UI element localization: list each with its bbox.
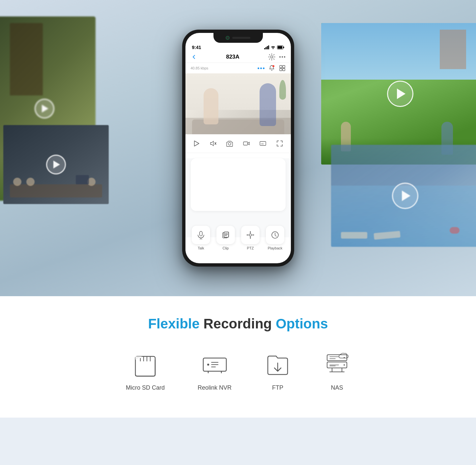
svg-point-5 xyxy=(272,65,274,67)
signal-icon xyxy=(264,45,269,49)
svg-point-43 xyxy=(207,364,209,366)
option-sd-card: Micro SD Card xyxy=(126,351,165,391)
play-button-office[interactable] xyxy=(46,155,66,174)
status-icons xyxy=(264,45,284,49)
svg-rect-6 xyxy=(280,65,282,68)
fullscreen-ctrl-icon[interactable] xyxy=(274,138,286,149)
control-bar: HD xyxy=(185,134,291,153)
svg-point-13 xyxy=(228,142,231,145)
sd-card-label: Micro SD Card xyxy=(126,384,165,391)
clock-icon xyxy=(271,231,279,239)
play-ctrl-icon[interactable] xyxy=(190,138,202,149)
playback-icon-box xyxy=(266,226,284,244)
more-options-icon[interactable] xyxy=(279,56,285,58)
panel-outdoor-overlay xyxy=(321,23,476,165)
hero-section: 9:41 xyxy=(0,0,476,296)
svg-rect-8 xyxy=(280,68,282,71)
status-bar: 9:41 xyxy=(185,42,291,51)
mic-icon xyxy=(197,231,205,239)
sub-header: 40.85 kbps xyxy=(185,63,291,73)
svg-marker-33 xyxy=(247,234,248,236)
playback-button[interactable]: Playback xyxy=(264,226,287,250)
panel-pool xyxy=(331,145,476,247)
panel-pool-overlay xyxy=(331,145,476,247)
quality-ctrl-icon[interactable]: HD xyxy=(257,138,269,149)
nvr-label: Reolink NVR xyxy=(198,384,232,391)
play-button-outdoor[interactable] xyxy=(387,81,413,107)
svg-marker-32 xyxy=(250,238,251,239)
ftp-label: FTP xyxy=(272,384,283,391)
ptz-icon-box xyxy=(241,226,260,244)
settings-icon[interactable] xyxy=(268,53,275,61)
recording-options-list: Micro SD Card Reolink NVR xyxy=(33,351,443,391)
option-nvr: Reolink NVR xyxy=(198,351,232,391)
notch-camera xyxy=(226,36,230,40)
header-icons xyxy=(268,53,285,61)
playback-label: Playback xyxy=(268,246,283,250)
nvr-icon xyxy=(202,351,228,378)
phone-notch xyxy=(213,33,263,43)
svg-rect-17 xyxy=(200,231,202,236)
talk-icon-box xyxy=(192,226,210,244)
svg-rect-2 xyxy=(283,47,284,48)
bitrate-text: 40.85 kbps xyxy=(191,66,209,70)
bell-icon[interactable] xyxy=(268,65,275,71)
svg-marker-10 xyxy=(194,141,199,146)
mute-ctrl-icon[interactable] xyxy=(207,138,219,149)
nas-label: NAS xyxy=(331,384,343,391)
title-word-flexible: Flexible xyxy=(148,316,199,331)
svg-text:HD: HD xyxy=(261,143,264,145)
svg-point-53 xyxy=(344,364,345,366)
play-button-pool[interactable] xyxy=(392,183,418,209)
back-chevron-icon[interactable] xyxy=(191,54,197,60)
svg-marker-31 xyxy=(250,231,251,232)
bottom-toolbar: Talk xyxy=(185,226,291,250)
bottom-section: Flexible Recording Options xyxy=(0,296,476,418)
battery-icon xyxy=(277,45,284,49)
content-card xyxy=(191,158,286,211)
title-word-recording: Recording xyxy=(204,316,276,331)
app-main-content xyxy=(185,158,291,237)
svg-rect-1 xyxy=(278,46,282,49)
phone-screen: 9:41 xyxy=(185,33,291,263)
record-ctrl-icon[interactable] xyxy=(240,138,252,149)
wifi-icon xyxy=(270,45,276,49)
sd-card-icon xyxy=(132,351,158,378)
loading-dots xyxy=(258,67,265,69)
ftp-icon xyxy=(265,351,291,378)
svg-marker-34 xyxy=(253,234,254,236)
camera-title: 823A xyxy=(226,54,239,60)
svg-rect-9 xyxy=(283,68,285,71)
svg-rect-14 xyxy=(243,142,248,145)
svg-rect-7 xyxy=(283,65,285,68)
sub-header-right xyxy=(258,65,286,71)
svg-point-3 xyxy=(271,56,273,58)
talk-label: Talk xyxy=(198,246,204,250)
clip-icon xyxy=(221,231,230,239)
ptz-button[interactable]: PTZ xyxy=(239,226,262,250)
svg-point-52 xyxy=(344,357,345,358)
play-button-doorway[interactable] xyxy=(35,99,54,118)
svg-rect-36 xyxy=(135,356,155,376)
notch-speaker xyxy=(232,37,250,39)
status-time: 9:41 xyxy=(192,45,201,50)
ptz-label: PTZ xyxy=(247,246,254,250)
panel-office-overlay xyxy=(3,125,109,204)
phone-mockup: 9:41 xyxy=(182,30,294,267)
app-header: 823A xyxy=(185,51,291,63)
svg-point-4 xyxy=(271,65,272,66)
talk-button[interactable]: Talk xyxy=(189,226,212,250)
video-stream xyxy=(185,73,291,134)
phone-device: 9:41 xyxy=(182,30,294,267)
title-word-options: Options xyxy=(276,316,328,331)
option-ftp: FTP xyxy=(265,351,291,391)
screenshot-ctrl-icon[interactable] xyxy=(224,138,236,149)
svg-point-30 xyxy=(249,234,252,236)
clip-button[interactable]: Clip xyxy=(214,226,237,250)
video-background xyxy=(185,73,291,134)
panel-outdoor xyxy=(321,23,476,165)
grid-icon[interactable] xyxy=(279,65,286,71)
clip-icon-box xyxy=(216,226,235,244)
clip-label: Clip xyxy=(223,246,229,250)
section-title: Flexible Recording Options xyxy=(33,316,443,332)
